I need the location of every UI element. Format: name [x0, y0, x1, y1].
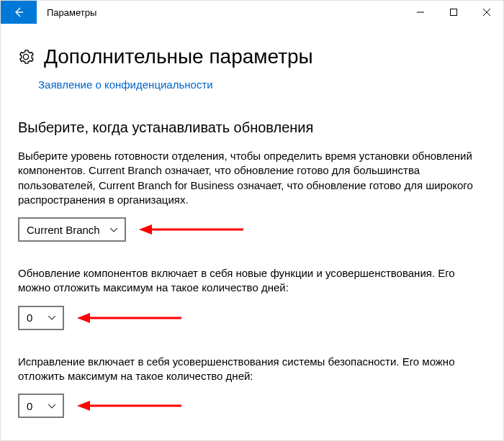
- feature-defer-select[interactable]: 0: [18, 306, 64, 330]
- maximize-icon: [450, 9, 457, 16]
- quality-defer-select[interactable]: 0: [18, 394, 64, 418]
- back-button[interactable]: [1, 1, 37, 24]
- arrow-left-icon: [13, 6, 24, 18]
- quality-defer-description: Исправление включает в себя усовершенств…: [18, 355, 479, 384]
- page-header: Дополнительные параметры: [18, 45, 486, 68]
- svg-marker-9: [77, 401, 90, 411]
- titlebar: Параметры: [1, 1, 503, 24]
- section-heading: Выберите, когда устанавливать обновления: [18, 119, 486, 136]
- svg-rect-1: [451, 9, 457, 16]
- content: Дополнительные параметры Заявление о кон…: [1, 24, 503, 418]
- privacy-link[interactable]: Заявление о конфиденциальности: [38, 78, 486, 91]
- annotation-arrow: [139, 222, 243, 237]
- chevron-down-icon: [48, 402, 55, 410]
- window-title: Параметры: [37, 1, 404, 24]
- chevron-down-icon: [110, 226, 117, 234]
- svg-marker-5: [139, 224, 152, 235]
- feature-defer-value: 0: [27, 312, 32, 324]
- chevron-down-icon: [48, 314, 55, 322]
- close-icon: [483, 9, 490, 16]
- svg-marker-7: [77, 313, 90, 323]
- page-title: Дополнительные параметры: [44, 45, 313, 68]
- gear-icon: [18, 49, 34, 65]
- window-controls: [404, 1, 503, 24]
- minimize-icon: [417, 9, 424, 16]
- annotation-arrow: [77, 310, 181, 326]
- minimize-button[interactable]: [404, 1, 437, 24]
- branch-description: Выберите уровень готовности отделения, ч…: [18, 149, 479, 207]
- branch-select-value: Current Branch: [27, 224, 100, 236]
- feature-defer-description: Обновление компонентов включает в себя н…: [18, 266, 479, 296]
- maximize-button[interactable]: [437, 1, 470, 24]
- close-button[interactable]: [470, 1, 503, 24]
- annotation-arrow: [77, 398, 181, 414]
- quality-defer-value: 0: [27, 400, 32, 412]
- branch-select[interactable]: Current Branch: [18, 217, 126, 242]
